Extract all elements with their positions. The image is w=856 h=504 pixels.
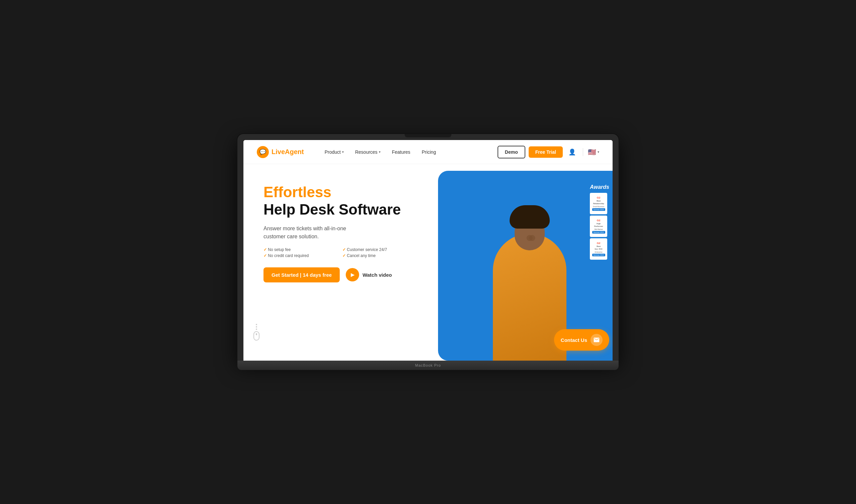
scroll-indicator <box>253 324 260 341</box>
hero-checks: No setup fee Customer service 24/7 No cr… <box>264 247 415 258</box>
logo[interactable]: 💬 LiveAgent <box>257 146 304 158</box>
logo-icon: 💬 <box>257 146 269 158</box>
laptop-label: MacBook Pro <box>415 363 441 367</box>
screen-bezel: 💬 LiveAgent Product ▾ Resources ▾ <box>237 134 619 361</box>
nav-item-pricing[interactable]: Pricing <box>417 147 441 158</box>
awards-title: Awards <box>590 184 609 190</box>
nav-links: Product ▾ Resources ▾ Features Pricing <box>320 147 498 158</box>
contact-us-label: Contact Us <box>561 337 587 343</box>
award-badge-3: G2 BestEst. ROI Enterprise Summer 2023 <box>590 238 607 260</box>
check-customer-service: Customer service 24/7 <box>342 247 415 252</box>
check-cancel: Cancel any time <box>342 253 415 258</box>
watch-video-button[interactable]: ▶ Watch video <box>346 268 392 282</box>
contact-icon <box>590 334 603 346</box>
get-started-button[interactable]: Get Started | 14 days free <box>264 267 340 283</box>
awards-panel: Awards G2 BestRelationship Small Busines… <box>590 184 609 260</box>
contact-us-button[interactable]: Contact Us <box>554 329 609 350</box>
hero-headline-orange: Effortless <box>264 184 415 200</box>
chevron-down-icon: ▾ <box>342 150 344 154</box>
laptop-screen: 💬 LiveAgent Product ▾ Resources ▾ <box>244 140 612 361</box>
nav-divider <box>583 148 583 156</box>
logo-agent: Agent <box>285 148 304 156</box>
free-trial-button[interactable]: Free Trial <box>529 146 563 158</box>
language-selector[interactable]: 🇺🇸 ▾ <box>588 148 599 156</box>
award-badge-2: G2 HighPerformer Mid-Market Summer 2023 <box>590 216 607 237</box>
hero-left: Effortless Help Desk Software Answer mor… <box>244 164 428 361</box>
hero-section: Effortless Help Desk Software Answer mor… <box>244 164 612 361</box>
nav-item-features[interactable]: Features <box>387 147 415 158</box>
hero-subtitle: Answer more tickets with all-in-onecusto… <box>264 224 391 241</box>
scroll-mouse-icon <box>253 331 260 341</box>
laptop-base: MacBook Pro <box>237 361 619 370</box>
user-account-button[interactable]: 👤 <box>566 146 578 158</box>
laptop-notch <box>405 134 451 137</box>
demo-button[interactable]: Demo <box>498 146 525 158</box>
flag-icon: 🇺🇸 <box>588 148 596 156</box>
nav-item-product[interactable]: Product ▾ <box>320 147 349 158</box>
logo-text: LiveAgent <box>271 148 304 156</box>
check-no-credit-card: No credit card required <box>264 253 336 258</box>
laptop-container: 💬 LiveAgent Product ▾ Resources ▾ <box>237 134 619 370</box>
play-icon: ▶ <box>346 268 359 282</box>
chevron-down-icon: ▾ <box>598 150 599 154</box>
chevron-down-icon: ▾ <box>379 150 380 154</box>
scroll-dots <box>256 324 257 330</box>
award-badge-1: G2 BestRelationship Small Business Summe… <box>590 193 607 214</box>
hero-buttons: Get Started | 14 days free ▶ Watch video <box>264 267 415 283</box>
nav-item-resources[interactable]: Resources ▾ <box>351 147 385 158</box>
check-no-setup: No setup fee <box>264 247 336 252</box>
watch-video-label: Watch video <box>362 272 392 278</box>
nav-actions: Demo Free Trial 👤 🇺🇸 ▾ <box>498 146 599 158</box>
hero-headline-black: Help Desk Software <box>264 201 415 218</box>
hero-right: Awards G2 BestRelationship Small Busines… <box>428 164 612 361</box>
navbar: 💬 LiveAgent Product ▾ Resources ▾ <box>244 140 612 164</box>
